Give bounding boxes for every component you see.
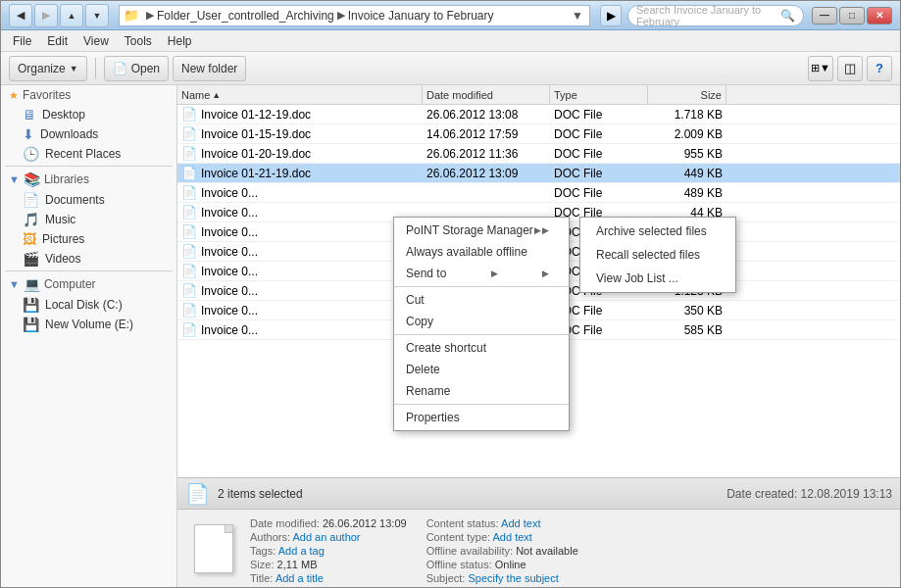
maximize-button[interactable]: □ [839, 7, 865, 24]
col-header-type[interactable]: Type [550, 85, 648, 104]
computer-expand-icon: ▼ [9, 278, 20, 290]
table-row[interactable]: 📄Invoice 0... 6.2012 11:57 DOC File 1.12… [177, 281, 900, 301]
file-icon: 📄 [181, 244, 197, 259]
sidebar-item-pictures[interactable]: 🖼 Pictures [1, 229, 176, 249]
table-row[interactable]: 📄Invoice 01-12-19.doc 26.06.2012 13:08 D… [177, 105, 900, 124]
doc-corner [225, 525, 232, 533]
subject-value[interactable]: Specify the subject [468, 572, 558, 584]
tags-value[interactable]: Add a tag [278, 545, 325, 557]
sidebar-item-new-volume[interactable]: 💾 New Volume (E:) [1, 315, 176, 334]
preview-offline-avail: Offline availability: Not available [426, 545, 578, 557]
offline-status-label: Offline status: [426, 559, 492, 570]
back-button[interactable]: ◀ [9, 4, 32, 27]
title-value[interactable]: Add a title [275, 572, 324, 584]
col-header-date[interactable]: Date modified [423, 85, 550, 104]
preview-subject: Subject: Specify the subject [426, 572, 578, 584]
sidebar-computer-group[interactable]: ▼ 💻 Computer [1, 273, 176, 295]
content-status-value[interactable]: Add text [501, 517, 540, 529]
address-go-btn[interactable]: ▶ [600, 5, 622, 26]
downloads-icon: ⬇ [23, 126, 34, 142]
table-row[interactable]: 📄Invoice 0... DOC File 44 KB [177, 203, 900, 222]
menu-help[interactable]: Help [160, 32, 200, 50]
sidebar-item-music[interactable]: 🎵 Music [1, 210, 176, 229]
sidebar-libraries-group[interactable]: ▼ 📚 Libraries [1, 169, 176, 190]
file-icon: 📄 [181, 264, 197, 278]
pictures-label: Pictures [42, 232, 84, 246]
table-row[interactable]: 📄Invoice 0... 6.2012 11:55 DOC File 1.00… [177, 262, 900, 281]
titlebar-left: ◀ ▶ ▲ ▼ 📁 ▶ Folder_User_controlled_Archi… [9, 4, 804, 27]
open-button[interactable]: 📄 Open [104, 56, 169, 81]
table-row[interactable]: 📄Invoice 01-21-19.doc 26.06.2012 13:09 D… [177, 164, 900, 183]
local-disk-label: Local Disk (C:) [45, 298, 123, 312]
sidebar-item-desktop[interactable]: 🖥 Desktop [1, 105, 176, 124]
table-row[interactable]: 📄Invoice 0... DOC File 939 KB [177, 222, 900, 242]
authors-label: Authors: [250, 531, 290, 543]
table-row[interactable]: 📄Invoice 01-20-19.doc 26.06.2012 11:36 D… [177, 144, 900, 164]
file-list-header: Name ▲ Date modified Type Size [177, 85, 900, 105]
preview-title: Title: Add a title [250, 572, 407, 584]
search-placeholder: Search Invoice January to February [636, 4, 780, 27]
videos-label: Videos [45, 252, 80, 266]
sidebar-item-downloads[interactable]: ⬇ Downloads [1, 124, 176, 144]
preview-col-left: Date modified: 26.06.2012 13:09 Authors:… [250, 517, 407, 579]
address-bar[interactable]: 📁 ▶ Folder_User_controlled_Archiving ▶ I… [119, 5, 590, 26]
col-header-name[interactable]: Name ▲ [177, 85, 423, 104]
file-icon: 📄 [181, 283, 197, 298]
toolbar-sep1 [95, 58, 96, 79]
sidebar-item-recent[interactable]: 🕒 Recent Places [1, 144, 176, 164]
file-list: 📄Invoice 01-12-19.doc 26.06.2012 13:08 D… [177, 105, 900, 477]
open-label: Open [131, 62, 160, 75]
close-button[interactable]: ✕ [867, 7, 892, 24]
status-selected-text: 2 items selected [218, 487, 303, 501]
address-dropdown-btn[interactable]: ▼ [570, 7, 585, 24]
table-row[interactable]: 📄Invoice 0... 6.2012 11:58 DOC File 585 … [177, 320, 900, 340]
col-header-size[interactable]: Size [648, 85, 726, 104]
sidebar-div1 [5, 166, 173, 167]
local-disk-icon: 💾 [23, 297, 39, 313]
sidebar-item-videos[interactable]: 🎬 Videos [1, 249, 176, 269]
new-volume-label: New Volume (E:) [45, 318, 133, 331]
new-volume-icon: 💾 [23, 317, 39, 332]
titlebar: ◀ ▶ ▲ ▼ 📁 ▶ Folder_User_controlled_Archi… [1, 1, 900, 30]
table-row[interactable]: 📄Invoice 0... 1.2018 16:43 DOC File 1.30… [177, 242, 900, 262]
menu-tools[interactable]: Tools [117, 32, 160, 50]
libraries-label: Libraries [44, 172, 89, 186]
offline-status-value: Online [495, 559, 526, 570]
menu-edit[interactable]: Edit [39, 32, 75, 50]
preview-date-modified: Date modified: 26.06.2012 13:09 [250, 517, 407, 529]
menu-view[interactable]: View [75, 32, 117, 50]
up-button[interactable]: ▲ [60, 4, 83, 27]
preview-tags: Tags: Add a tag [250, 545, 407, 557]
organize-button[interactable]: Organize ▼ [9, 56, 87, 81]
favorites-label: Favorites [23, 88, 71, 102]
content-area: ★ Favorites 🖥 Desktop ⬇ Downloads 🕒 Rece… [1, 85, 900, 587]
table-row[interactable]: 📄Invoice 01-15-19.doc 14.06.2012 17:59 D… [177, 124, 900, 144]
file-icon: 📄 [181, 166, 197, 180]
file-icon: 📄 [181, 185, 197, 200]
preview-col-right: Content status: Add text Content type: A… [426, 517, 578, 579]
table-row[interactable]: 📄Invoice 0... 6.2012 11:57 DOC File 350 … [177, 301, 900, 320]
search-bar[interactable]: Search Invoice January to February 🔍 [627, 5, 804, 26]
content-type-value[interactable]: Add text [493, 531, 532, 543]
sidebar-favorites-group[interactable]: ★ Favorites [1, 85, 176, 105]
computer-icon: 💻 [24, 276, 40, 292]
documents-icon: 📄 [23, 192, 39, 208]
authors-value[interactable]: Add an author [292, 531, 360, 543]
view-toggle-button[interactable]: ⊞▼ [808, 56, 833, 81]
forward-button[interactable]: ▶ [34, 4, 58, 27]
sidebar-item-local-disk[interactable]: 💾 Local Disk (C:) [1, 295, 176, 315]
recent-button[interactable]: ▼ [85, 4, 109, 27]
help-button[interactable]: ? [867, 56, 892, 81]
computer-label: Computer [44, 277, 96, 291]
toolbar-right: ⊞▼ ◫ ? [808, 56, 892, 81]
minimize-button[interactable]: — [812, 7, 837, 24]
pictures-icon: 🖼 [23, 231, 36, 247]
file-icon: 📄 [181, 322, 197, 337]
sidebar-scroll: ★ Favorites 🖥 Desktop ⬇ Downloads 🕒 Rece… [1, 85, 176, 587]
new-folder-button[interactable]: New folder [173, 56, 246, 81]
table-row[interactable]: 📄Invoice 0... DOC File 489 KB [177, 183, 900, 203]
documents-label: Documents [45, 193, 105, 207]
menu-file[interactable]: File [5, 32, 39, 50]
preview-pane-button[interactable]: ◫ [837, 56, 863, 81]
sidebar-item-documents[interactable]: 📄 Documents [1, 190, 176, 210]
